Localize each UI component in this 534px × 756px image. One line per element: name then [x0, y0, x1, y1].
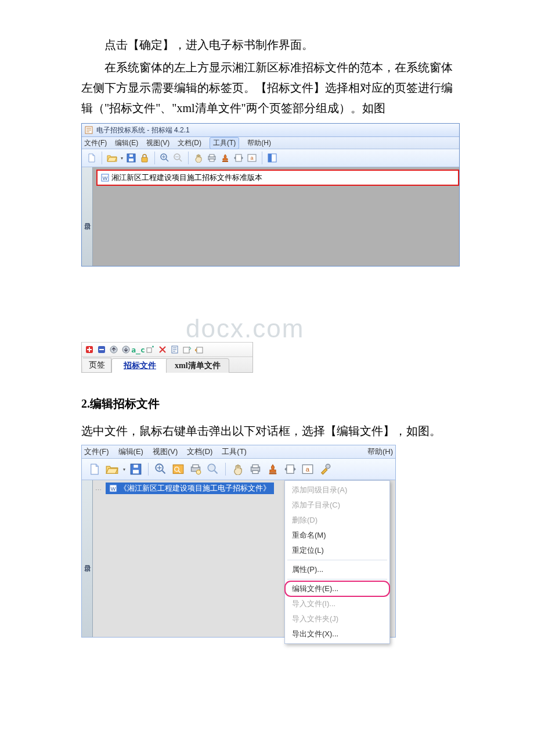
tabs-panel: a̲c 页签 招标文件 xml清单文件: [81, 342, 253, 373]
add-icon[interactable]: [84, 344, 95, 355]
ctx-edit-file[interactable]: 编辑文件(E)...: [285, 581, 389, 596]
save-icon[interactable]: [125, 152, 138, 164]
app-icon: [85, 126, 93, 134]
stamp-icon[interactable]: [219, 152, 232, 164]
tools-icon[interactable]: [317, 461, 333, 477]
zoom-in-icon[interactable]: [158, 152, 171, 164]
text-box-icon[interactable]: a: [246, 152, 258, 164]
svg-rect-8: [210, 154, 214, 157]
word-doc-icon: W: [101, 174, 109, 182]
tree-item-label: 湘江新区工程建设项目施工招标文件标准版本: [111, 172, 262, 183]
sidebar-tab-contents-2[interactable]: 目录: [82, 480, 93, 637]
svg-rect-28: [134, 465, 138, 468]
new-doc-icon[interactable]: [86, 461, 103, 477]
menu-bar-2: 文件(F) 编辑(E) 视图(V) 文档(D) 工具(T) 帮助(H): [82, 445, 395, 459]
svg-rect-25: [197, 347, 203, 353]
ctx-import-file[interactable]: 导入文件(I)...: [285, 596, 389, 611]
tree-item-highlighted[interactable]: W 湘江新区工程建设项目施工招标文件标准版本: [96, 170, 459, 186]
tab-row: 页签 招标文件 xml清单文件: [82, 357, 252, 372]
menu-help[interactable]: 帮助(H): [247, 138, 271, 148]
client-area-2: 目录 ⋯ W 《湘江新区工程建设项目施工电子招标文件》 添加同级目录(A) 添加…: [82, 480, 395, 637]
ctx-delete[interactable]: 删除(D): [285, 513, 389, 528]
move-up-icon[interactable]: [109, 344, 119, 355]
title-bar: 电子招投标系统 - 招标端 4.2.1: [82, 124, 459, 137]
paragraph-1: 点击【确定】，进入电子标书制作界面。: [81, 35, 453, 55]
open-dropdown-icon[interactable]: ▾: [121, 463, 127, 476]
remove-icon[interactable]: [96, 344, 107, 355]
print-preview-icon[interactable]: [187, 461, 204, 477]
svg-text:a: a: [250, 155, 253, 161]
tab-xml[interactable]: xml清单文件: [166, 358, 229, 373]
ctx-import-folder[interactable]: 导入文件夹(J): [285, 611, 389, 627]
hand-icon[interactable]: [230, 461, 246, 477]
open-folder-icon[interactable]: [106, 152, 118, 164]
svg-rect-33: [193, 465, 199, 468]
ctx-relocate[interactable]: 重定位(L): [285, 543, 389, 558]
ctx-add-child[interactable]: 添加子目录(C): [285, 498, 389, 513]
menu-edit[interactable]: 编辑(E): [115, 138, 138, 148]
stamp-icon[interactable]: [265, 461, 281, 477]
fit-width-icon[interactable]: [282, 461, 298, 477]
sidebar-tab-contents[interactable]: 目录: [82, 167, 93, 266]
zoom-in-icon[interactable]: [153, 461, 169, 477]
tree-item-selected[interactable]: ⋯ W 《湘江新区工程建设项目施工电子招标文件》: [106, 483, 274, 494]
menu-doc[interactable]: 文档(D): [178, 138, 201, 148]
print-icon[interactable]: [205, 152, 218, 164]
menu2-file[interactable]: 文件(F): [84, 447, 109, 457]
menu-view[interactable]: 视图(V): [146, 138, 169, 148]
ctx-export-file[interactable]: 导出文件(X)...: [285, 627, 389, 642]
open-dropdown-icon[interactable]: ▾: [119, 152, 124, 164]
menu-bar: 文件(F) 编辑(E) 视图(V) 文档(D) 工具(T) 帮助(H): [82, 137, 459, 149]
ctx-add-sibling[interactable]: 添加同级目录(A): [285, 483, 389, 498]
doc-icon[interactable]: [169, 344, 180, 355]
svg-rect-37: [252, 465, 258, 468]
move-down-icon[interactable]: [121, 344, 131, 355]
menu-tool[interactable]: 工具(T): [210, 137, 239, 149]
fit-width-icon[interactable]: [232, 152, 245, 164]
open-folder-icon[interactable]: [104, 461, 120, 477]
new-doc-icon[interactable]: [85, 152, 98, 164]
zoom-fit-icon[interactable]: [170, 461, 186, 477]
menu2-help[interactable]: 帮助(H): [367, 447, 393, 457]
menu2-doc[interactable]: 文档(D): [187, 447, 212, 457]
tab-zhaobiao[interactable]: 招标文件: [111, 358, 168, 373]
svg-text:W: W: [111, 486, 116, 492]
word-doc-icon: W: [109, 484, 117, 492]
tabs-toolbar: a̲c: [82, 342, 252, 357]
heading-2: 2.编辑招标文件: [81, 396, 453, 412]
panel-icon[interactable]: [266, 152, 279, 164]
print-icon[interactable]: [247, 461, 264, 477]
export-icon[interactable]: [194, 344, 204, 355]
hand-icon[interactable]: [192, 152, 205, 164]
save-icon[interactable]: [128, 461, 144, 477]
app-window-screenshot-1: 电子招投标系统 - 招标端 4.2.1 文件(F) 编辑(E) 视图(V) 文档…: [81, 123, 460, 267]
svg-rect-3: [129, 154, 133, 157]
new-node-icon[interactable]: [145, 344, 156, 355]
paragraph-2: 在系统窗体的左上方显示湘江新区标准招标文件的范本，在系统窗体左侧下方显示需要编辑…: [81, 57, 453, 118]
svg-text:a: a: [306, 466, 310, 473]
ctx-rename[interactable]: 重命名(M): [285, 528, 389, 543]
client-area: 目录 W 湘江新区工程建设项目施工招标文件标准版本: [82, 167, 459, 266]
svg-rect-4: [142, 157, 147, 162]
lock-icon[interactable]: [138, 152, 151, 164]
ctx-properties[interactable]: 属性(P)...: [285, 562, 389, 577]
text-box-icon[interactable]: a: [300, 461, 316, 477]
zoom-out-icon[interactable]: [205, 461, 221, 477]
svg-point-43: [326, 464, 330, 469]
svg-rect-38: [252, 471, 258, 474]
menu2-tool[interactable]: 工具(T): [222, 447, 247, 457]
menu2-edit[interactable]: 编辑(E): [118, 447, 143, 457]
ctx-separator: [287, 579, 387, 579]
svg-rect-10: [222, 161, 228, 162]
import-icon[interactable]: [182, 344, 192, 355]
delete-icon[interactable]: [157, 344, 168, 355]
menu-file[interactable]: 文件(F): [84, 138, 107, 148]
svg-point-35: [208, 464, 215, 471]
zoom-out-icon[interactable]: [172, 152, 185, 164]
paragraph-3: 选中文件，鼠标右键单击弹出以下对话框，选择【编辑文件】，如图。: [81, 421, 453, 441]
svg-rect-9: [210, 159, 214, 161]
rename-icon[interactable]: a̲c: [133, 344, 143, 355]
svg-point-34: [196, 470, 201, 474]
menu2-view[interactable]: 视图(V): [153, 447, 178, 457]
toolbar: ▾ a: [82, 149, 459, 167]
